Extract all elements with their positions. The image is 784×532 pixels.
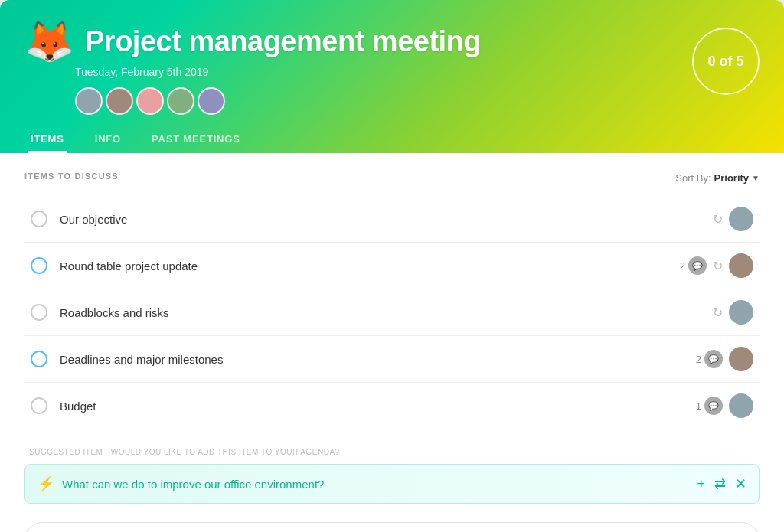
suggested-text: What can we do to improve our office env… [62,478,697,491]
sort-row: Items to discuss Sort By: Priority ▼ [24,171,760,184]
item-text-2: Round table project update [60,259,680,273]
sort-by-value: Priority [714,172,750,184]
comment-count-5: 1 [696,400,701,412]
add-suggested-button[interactable]: + [697,476,705,492]
item-text-5: Budget [60,400,696,413]
item-avatar-3 [729,300,753,325]
item-avatar-5 [729,393,753,418]
suggested-label: Suggested Item Would you like to add thi… [24,447,760,456]
agenda-item-4[interactable]: Deadlines and major milestones 2 💬 [24,336,760,383]
progress-circle: 0 of 5 [692,28,760,95]
fox-emoji: 🦊 [24,21,74,61]
comment-badge-2: 2 💬 [680,256,707,275]
item-actions-1: ↻ [713,207,753,231]
comment-badge-4: 2 💬 [696,350,723,368]
suggested-item: ⚡ What can we do to improve our office e… [24,464,760,504]
tab-items[interactable]: Items [28,127,67,153]
refresh-icon-3[interactable]: ↻ [713,305,723,320]
app-container: 🦊 Project management meeting Tuesday, Fe… [0,0,784,532]
dismiss-suggested-button[interactable]: ✕ [735,475,746,492]
add-item-container [24,522,760,532]
comment-icon-2[interactable]: 💬 [688,256,707,275]
sort-by-label: Sort By: [675,172,710,184]
sort-chevron-icon: ▼ [752,174,760,182]
item-actions-4: 2 💬 [696,347,753,371]
agenda-item-3[interactable]: Roadblocks and risks ↻ [24,289,760,336]
comment-icon-5[interactable]: 💬 [704,397,723,415]
avatars-row [75,87,481,115]
add-item-input[interactable] [24,522,760,532]
refresh-icon-2[interactable]: ↻ [713,259,723,273]
tab-past-meetings[interactable]: Past Meetings [149,127,243,153]
avatar-1 [75,87,103,115]
item-text-1: Our objective [60,213,713,226]
item-text-4: Deadlines and major milestones [60,353,696,366]
item-avatar-4 [729,347,753,371]
checkbox-3[interactable] [31,304,47,321]
items-section-label: Items to discuss [24,171,119,181]
avatar-5 [198,87,225,115]
tabs: Items Info Past Meetings [24,127,760,153]
agenda-list: Our objective ↻ Round table project upda… [24,196,760,429]
agenda-item-2[interactable]: Round table project update 2 💬 ↻ [24,243,760,289]
main-content: Items to discuss Sort By: Priority ▼ Our… [0,153,784,532]
refresh-icon-1[interactable]: ↻ [713,212,723,227]
item-actions-3: ↻ [713,300,753,325]
header-left: 🦊 Project management meeting Tuesday, Fe… [24,21,481,115]
header-title-row: 🦊 Project management meeting [24,21,481,61]
checkbox-1[interactable] [31,211,47,227]
comment-count-4: 2 [696,354,701,365]
avatar-3 [136,87,164,115]
comment-badge-5: 1 💬 [696,397,723,415]
comment-icon-4[interactable]: 💬 [704,350,723,368]
sort-by-control[interactable]: Sort By: Priority ▼ [675,172,760,184]
checkbox-5[interactable] [31,397,47,414]
shuffle-suggested-button[interactable]: ⇄ [714,475,726,492]
item-actions-2: 2 💬 ↻ [680,253,753,278]
header-top: 🦊 Project management meeting Tuesday, Fe… [24,21,760,115]
item-avatar-2 [729,253,753,278]
header: 🦊 Project management meeting Tuesday, Fe… [0,0,784,153]
meeting-date: Tuesday, February 5th 2019 [75,66,481,78]
checkbox-4[interactable] [31,351,47,367]
avatar-4 [167,87,194,115]
checkbox-2[interactable] [31,257,47,274]
suggested-section: Suggested Item Would you like to add thi… [24,447,760,504]
item-text-3: Roadblocks and risks [60,306,713,319]
suggested-sublabel: Would you like to add this item to your … [111,448,340,456]
item-avatar-1 [729,207,753,231]
meeting-title: Project management meeting [85,25,481,58]
comment-count-2: 2 [680,260,685,272]
agenda-item-1[interactable]: Our objective ↻ [24,196,760,243]
tab-info[interactable]: Info [92,127,124,153]
suggested-actions: + ⇄ ✕ [697,475,746,492]
agenda-item-5[interactable]: Budget 1 💬 [24,383,760,429]
item-actions-5: 1 💬 [696,393,753,418]
lightning-icon: ⚡ [38,475,54,492]
avatar-2 [106,87,133,115]
